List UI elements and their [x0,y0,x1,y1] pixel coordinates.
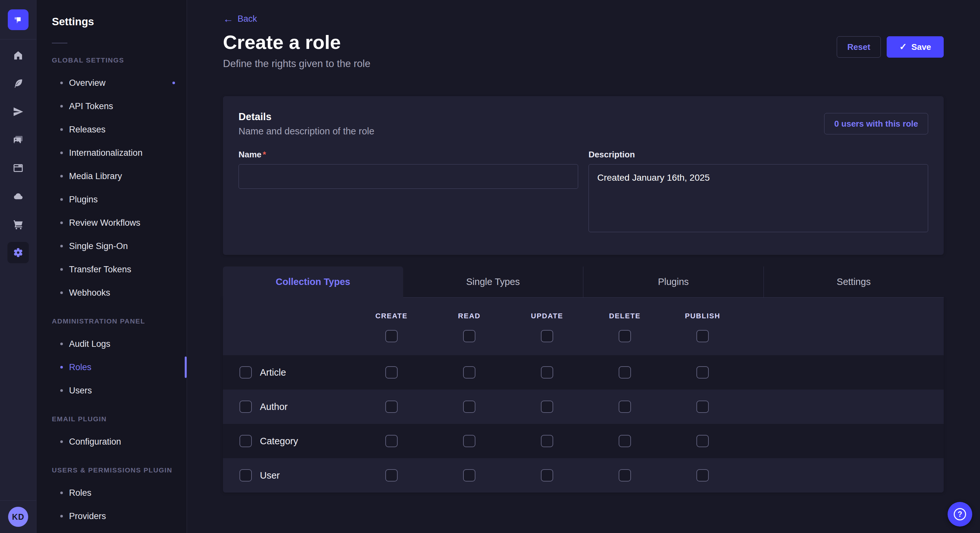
description-textarea[interactable]: Created January 16th, 2025 [589,164,928,232]
section-label-users-permissions-plugin: USERS & PERMISSIONS PLUGIN [52,466,187,474]
sidebar-item-configuration[interactable]: Configuration [37,430,187,453]
tab-plugins[interactable]: Plugins [583,266,764,298]
sidebar-item-label: Media Library [69,171,122,181]
header-actions: Reset ✓ Save [837,36,944,58]
checkbox-user-read[interactable] [463,469,476,482]
sidebar-item-transfer-tokens[interactable]: Transfer Tokens [37,258,187,281]
sidebar-item-plugins[interactable]: Plugins [37,188,187,211]
checkbox-category-create[interactable] [385,435,398,447]
rail-icon-nav [8,40,29,270]
checkbox-category-delete[interactable] [619,435,631,447]
nav-content-type-builder-button[interactable] [8,157,29,179]
checkbox-user-row[interactable] [240,469,252,482]
help-button[interactable]: ? [948,502,972,527]
bullet-dot [60,105,63,108]
sidebar-item-internationalization[interactable]: Internationalization [37,141,187,165]
sidebar-item-audit-logs[interactable]: Audit Logs [37,332,187,355]
sidebar-item-webhooks[interactable]: Webhooks [37,281,187,305]
checkbox-user-update[interactable] [541,469,553,482]
checkbox-author-delete[interactable] [619,401,631,413]
back-link[interactable]: ← Back [223,14,257,24]
nav-settings-button[interactable] [8,242,29,263]
sidebar-item-overview[interactable]: Overview [37,71,187,95]
name-input[interactable] [239,164,578,189]
checkbox-category-row[interactable] [240,435,252,447]
checkbox-user-publish[interactable] [697,469,709,482]
row-label-cell: Category [223,435,353,447]
cell [586,366,664,379]
header-spacer [223,298,353,355]
checkbox-category-update[interactable] [541,435,553,447]
cell [353,366,430,379]
cell [430,469,508,482]
sidebar-item-roles-admin[interactable]: Roles [37,355,187,379]
checkbox-author-publish[interactable] [697,401,709,413]
sidebar-item-label: Internationalization [69,148,143,158]
checkbox-author-read[interactable] [463,401,476,413]
checkbox-author-update[interactable] [541,401,553,413]
nav-cloud-button[interactable] [8,186,29,207]
media-library-icon [13,134,24,145]
checkbox-all-delete[interactable] [619,330,631,342]
checkbox-article-delete[interactable] [619,366,631,379]
column-label-update: UPDATE [531,312,563,320]
cell [664,469,741,482]
check-icon: ✓ [899,43,907,51]
tab-settings[interactable]: Settings [764,266,944,298]
nav-content-manager-button[interactable] [8,73,29,94]
checkbox-author-row[interactable] [240,401,252,413]
sidebar-item-providers[interactable]: Providers [37,504,187,528]
bullet-dot [60,268,63,271]
checkbox-author-create[interactable] [385,401,398,413]
checkbox-all-update[interactable] [541,330,553,342]
checkbox-all-create[interactable] [385,330,398,342]
sidebar-item-users[interactable]: Users [37,379,187,402]
column-label-create: CREATE [375,312,408,320]
back-arrow-icon: ← [223,14,233,24]
settings-gear-icon [13,247,24,258]
sidebar-item-review-workflows[interactable]: Review Workflows [37,211,187,235]
user-avatar[interactable]: KD [8,507,28,527]
checkbox-article-row[interactable] [240,366,252,379]
row-label: Author [260,401,288,412]
nav-home-button[interactable] [8,45,29,66]
users-with-role-button[interactable]: 0 users with this role [824,113,928,134]
strapi-logo[interactable] [8,10,29,30]
table-row-author: Author [223,390,944,424]
column-delete: DELETE [586,298,664,355]
tab-single-types[interactable]: Single Types [403,266,583,298]
cell [508,435,586,447]
bullet-dot [60,343,63,345]
nav-releases-button[interactable] [8,101,29,122]
checkbox-user-create[interactable] [385,469,398,482]
details-fields: Name* Description Created January 16th, … [239,150,928,233]
checkbox-all-read[interactable] [463,330,476,342]
checkbox-category-publish[interactable] [697,435,709,447]
sidebar-item-label: Providers [69,511,106,521]
sidebar-item-api-tokens[interactable]: API Tokens [37,95,187,118]
column-label-read: READ [458,312,480,320]
checkbox-article-update[interactable] [541,366,553,379]
sidebar-item-releases[interactable]: Releases [37,118,187,141]
nav-marketplace-button[interactable] [8,214,29,235]
logo-container [0,0,36,40]
header-filler [741,298,944,355]
notification-dot [172,82,175,84]
cell [508,366,586,379]
bullet-dot [60,515,63,517]
nav-media-library-button[interactable] [8,129,29,151]
checkbox-article-create[interactable] [385,366,398,379]
checkbox-article-read[interactable] [463,366,476,379]
checkbox-article-publish[interactable] [697,366,709,379]
checkbox-category-read[interactable] [463,435,476,447]
sidebar-item-media-library[interactable]: Media Library [37,165,187,188]
page-title: Create a role [223,31,944,54]
checkbox-user-delete[interactable] [619,469,631,482]
sidebar-item-single-sign-on[interactable]: Single Sign-On [37,235,187,258]
tab-collection-types[interactable]: Collection Types [223,266,403,298]
sidebar-item-roles-up[interactable]: Roles [37,481,187,504]
reset-button[interactable]: Reset [837,36,881,58]
save-button[interactable]: ✓ Save [887,36,944,58]
checkbox-all-publish[interactable] [697,330,709,342]
layout-window-icon [13,163,24,174]
